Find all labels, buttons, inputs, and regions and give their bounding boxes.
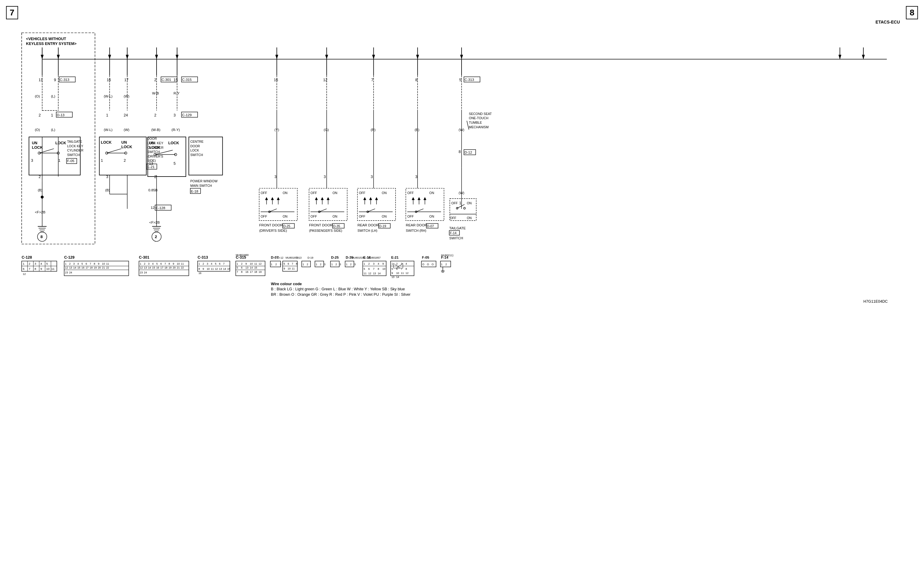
svg-text:3: 3: [340, 263, 341, 266]
svg-text:13: 13: [219, 267, 222, 270]
svg-text:MU801857: MU801857: [368, 256, 381, 259]
svg-text:6: 6: [288, 262, 289, 265]
svg-text:D-25: D-25: [331, 255, 339, 259]
svg-text:OFF: OFF: [310, 191, 317, 195]
svg-text:8: 8: [415, 78, 417, 82]
svg-text:5: 5: [173, 161, 176, 166]
svg-text:9: 9: [246, 262, 247, 265]
svg-text:3: 3: [324, 263, 326, 266]
svg-text:C-313: C-313: [198, 255, 208, 260]
svg-text:ON: ON: [467, 201, 472, 205]
svg-text:23: 23: [140, 271, 143, 274]
svg-text:3: 3: [106, 175, 108, 179]
svg-text:(R): (R): [371, 128, 376, 132]
svg-text:UN: UN: [121, 140, 127, 145]
svg-text:B : Black   LG : Light green  : B : Black LG : Light green G : Green L :…: [271, 287, 405, 291]
svg-text:3: 3: [173, 113, 176, 117]
svg-text:C-315: C-315: [182, 77, 192, 82]
svg-text:(PASSENGER'S SIDE): (PASSENGER'S SIDE): [309, 229, 342, 232]
svg-text:1: 1: [364, 262, 365, 265]
svg-text:OFF: OFF: [261, 191, 267, 195]
svg-text:1: 1: [302, 263, 304, 266]
svg-text:OFF: OFF: [407, 214, 414, 218]
svg-text:11: 11: [211, 267, 214, 270]
svg-marker-27: [838, 55, 841, 60]
svg-marker-268: [423, 197, 427, 200]
svg-marker-25: [460, 55, 463, 60]
svg-text:CYLINDER: CYLINDER: [67, 148, 83, 152]
svg-text:C-301: C-301: [161, 77, 171, 82]
svg-marker-212: [271, 197, 274, 200]
svg-marker-264: [412, 197, 415, 200]
svg-text:17: 17: [161, 266, 164, 269]
svg-text:7: 7: [373, 267, 375, 270]
svg-text:12: 12: [65, 266, 68, 269]
svg-marker-13: [155, 55, 158, 60]
svg-text:CENTRE: CENTRE: [190, 140, 204, 144]
svg-text:1: 1: [198, 262, 200, 265]
svg-line-96: [107, 149, 121, 153]
svg-text:1: 1: [101, 158, 103, 162]
svg-text:11: 11: [401, 271, 404, 274]
svg-marker-17: [275, 55, 279, 60]
svg-text:5: 5: [215, 262, 216, 265]
svg-text:UN: UN: [150, 141, 155, 145]
svg-text:D-35: D-35: [333, 224, 340, 228]
svg-text:5: 5: [46, 262, 48, 265]
svg-text:D-25: D-25: [283, 224, 290, 228]
svg-text:12: 12: [23, 273, 26, 276]
svg-text:12: 12: [151, 205, 154, 210]
svg-text:10: 10: [177, 262, 180, 265]
svg-marker-250: [375, 197, 378, 200]
svg-text:2: 2: [445, 263, 447, 266]
svg-text:LOCK: LOCK: [55, 141, 66, 145]
svg-text:20: 20: [98, 266, 101, 269]
svg-marker-248: [369, 197, 372, 200]
svg-marker-7: [57, 55, 60, 60]
svg-text:2: 2: [368, 262, 370, 265]
svg-text:3: 3: [324, 175, 326, 179]
svg-text:12: 12: [215, 267, 218, 270]
svg-text:(W): (W): [124, 94, 129, 98]
svg-text:R-Y: R-Y: [173, 91, 179, 95]
svg-text:2: 2: [39, 175, 41, 179]
svg-text:14: 14: [73, 266, 76, 269]
svg-text:19: 19: [94, 266, 97, 269]
svg-text:10: 10: [46, 267, 49, 270]
svg-text:DOOR: DOOR: [190, 144, 200, 148]
svg-text:3: 3: [280, 263, 281, 266]
svg-text:22: 22: [106, 266, 109, 269]
svg-text:MU80211): MU80211): [441, 254, 453, 257]
svg-text:D-07: D-07: [427, 224, 434, 228]
svg-text:O: O: [422, 263, 425, 266]
svg-text:LOCK: LOCK: [32, 145, 43, 150]
svg-marker-266: [417, 197, 420, 200]
svg-point-282: [456, 207, 458, 209]
svg-text:SWITCH: SWITCH: [147, 150, 160, 154]
svg-text:E-18: E-18: [191, 189, 198, 193]
svg-text:(DRIVER'S SIDE): (DRIVER'S SIDE): [259, 229, 287, 232]
svg-text:7: 7: [29, 267, 30, 270]
svg-text:LOCK: LOCK: [150, 145, 160, 150]
svg-text:3: 3: [415, 175, 417, 179]
svg-text:(R-Y): (R-Y): [172, 128, 180, 132]
svg-text:ON: ON: [467, 216, 472, 220]
svg-text:D-13: D-13: [296, 256, 302, 259]
svg-text:20: 20: [173, 266, 176, 269]
svg-text:15: 15: [227, 267, 230, 270]
svg-text:3: 3: [373, 262, 375, 265]
svg-text:1: 1: [65, 262, 67, 265]
svg-text:BR : Brown   O : Orange   GR :: BR : Brown O : Orange GR : Grey R : Red …: [271, 292, 411, 296]
svg-text:7: 7: [223, 262, 225, 265]
svg-text:ON: ON: [332, 191, 337, 195]
svg-text:SWITCH: SWITCH: [67, 153, 80, 157]
svg-text:2: 2: [154, 78, 156, 82]
svg-text:24: 24: [124, 113, 128, 117]
svg-text:16: 16: [156, 266, 159, 269]
svg-text:OFF: OFF: [451, 201, 458, 205]
svg-text:SWITCH (LH): SWITCH (LH): [357, 229, 378, 232]
svg-line-237: [320, 209, 327, 212]
svg-text:0.85B: 0.85B: [148, 188, 158, 192]
svg-text:11: 11: [364, 272, 367, 275]
svg-text:10: 10: [207, 267, 210, 270]
